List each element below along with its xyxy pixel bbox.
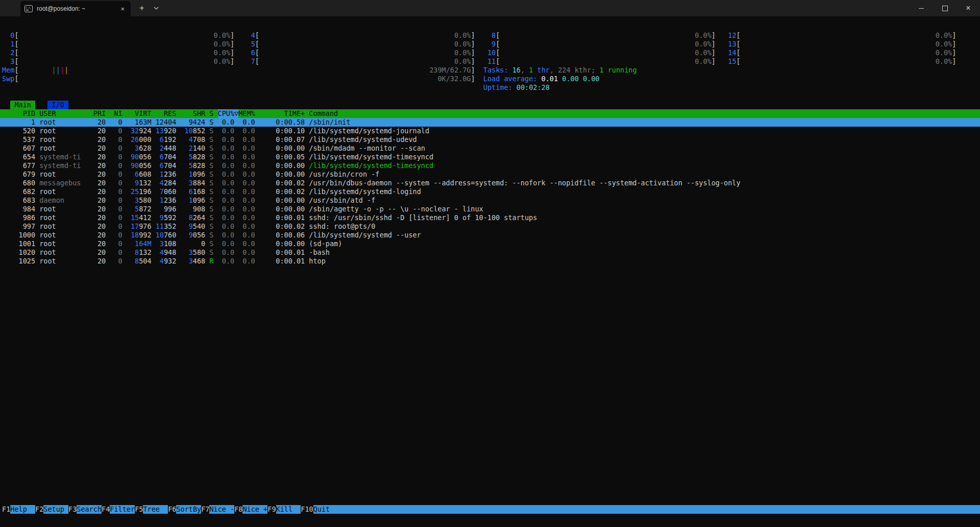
meter-bracket: [ [255, 57, 259, 66]
mem-meter-label: Mem [2, 66, 14, 75]
meter-bracket: ] [471, 66, 475, 75]
cell-res: 6704 [156, 161, 177, 170]
number-suffix: 132 [139, 179, 151, 187]
column-header-shr[interactable]: SHR [180, 109, 205, 118]
fnkey-f7[interactable]: F7 [201, 505, 209, 514]
fnlabel-f4[interactable]: Filter [110, 505, 135, 514]
process-row[interactable]: 1root200163M124049424S0.00.00:00.58/sbin… [0, 118, 980, 127]
process-row[interactable]: 1020root200813249483580S0.00.00:00.01-ba… [0, 248, 980, 257]
maximize-button[interactable] [933, 0, 957, 16]
cell-cpu-percent: 0.0 [218, 231, 239, 239]
column-header-cmd[interactable]: Command [309, 109, 980, 118]
mem-tasks-line: Mem[||||239M/62.7G]Tasks: 16, 1 thr, 224… [0, 66, 980, 75]
screen-tab-io[interactable]: I/O [47, 101, 68, 109]
process-row[interactable]: 683daemon200358012361096S0.00.00:00.00/u… [0, 196, 980, 205]
number-suffix: 056 [139, 161, 151, 170]
fnkey-f3[interactable]: F3 [68, 505, 77, 514]
fnkey-f2[interactable]: F2 [35, 505, 43, 514]
column-header-user[interactable]: USER [39, 109, 81, 118]
number-prefix: 3 [160, 239, 164, 248]
process-row[interactable]: 1025root200850449323468R0.00.00:00.01hto… [0, 257, 980, 266]
process-row[interactable]: 1001root200164M31080S0.00.00:00.00(sd-pa… [0, 239, 980, 248]
tab-dropdown-button[interactable] [149, 0, 163, 16]
cell-time: 0:00.00 [259, 205, 305, 213]
process-row[interactable]: 654systemd-ti2009005667045828S0.00.00:00… [0, 153, 980, 161]
process-row[interactable]: 680messagebus200913242843884S0.00.00:00.… [0, 179, 980, 187]
process-row[interactable]: 997root20017976113529540S0.00.00:00.02ss… [0, 222, 980, 231]
column-header-res[interactable]: RES [156, 109, 177, 118]
column-header-time[interactable]: TIME+ [259, 109, 305, 118]
number-suffix: 976 [139, 222, 151, 230]
minimize-button[interactable] [910, 0, 933, 16]
cell-virt: 17976 [127, 222, 152, 231]
column-header-virt[interactable]: VIRT [127, 109, 152, 118]
cell-time: 0:00.01 [259, 213, 305, 222]
fnlabel-f7[interactable]: Nice - [209, 505, 234, 514]
number-suffix: 704 [164, 153, 176, 161]
fnlabel-f1[interactable]: Help [10, 505, 35, 514]
fnlabel-f5[interactable]: Tree [143, 505, 168, 514]
process-row[interactable]: 607root200362824482140S0.00.00:00.00/sbi… [0, 144, 980, 153]
fnkey-f6[interactable]: F6 [168, 505, 176, 514]
cell-user: systemd-ti [39, 161, 81, 170]
cpu-meter-4: 4[0.0%] [242, 31, 475, 40]
meter-bracket: [ [14, 49, 18, 57]
fnkey-f1[interactable]: F1 [2, 505, 10, 514]
terminal-tab[interactable]: C:\ root@poseidon: ~ × [20, 1, 131, 16]
cell-state: S [209, 161, 213, 170]
cell-command: /lib/systemd/systemd-timesyncd [309, 153, 980, 161]
fnlabel-f8[interactable]: Nice + [242, 505, 267, 514]
new-tab-button[interactable]: + [135, 0, 149, 16]
fnkey-f8[interactable]: F8 [234, 505, 242, 514]
column-header-mem[interactable]: MEM% [238, 109, 255, 118]
fnlabel-f9[interactable]: Kill [276, 505, 301, 514]
process-row[interactable]: 986root2001541295928264S0.00.00:00.01ssh… [0, 213, 980, 222]
number-prefix: 9 [189, 231, 193, 239]
fnkey-f4[interactable]: F4 [102, 505, 110, 514]
screen-tab-main[interactable]: Main [10, 101, 35, 109]
fnkey-f9[interactable]: F9 [267, 505, 276, 514]
column-header-pri[interactable]: PRI [85, 109, 106, 118]
process-row[interactable]: 679root200660812361096S0.00.00:00.00/usr… [0, 170, 980, 179]
process-row[interactable]: 677systemd-ti2009005667045828S0.00.00:00… [0, 161, 980, 170]
process-row[interactable]: 537root2002600061924708S0.00.00:00.07/li… [0, 135, 980, 144]
cell-state: S [209, 196, 213, 205]
process-row[interactable]: 984root2005872996908S0.00.00:00.00/sbin/… [0, 205, 980, 213]
process-row[interactable]: 1000root20018992107609056S0.00.00:00.06/… [0, 231, 980, 239]
meter-bracket: ] [471, 49, 475, 57]
process-row[interactable]: 682root2002519670606168S0.00.00:00.02/li… [0, 187, 980, 196]
column-header-cpu[interactable]: CPU%▽ [218, 109, 239, 118]
cell-command: /sbin/init [309, 118, 980, 127]
column-header-ni[interactable]: NI [110, 109, 122, 118]
cell-state: S [209, 187, 213, 196]
info-segment: 0.00 0.00 [562, 75, 599, 83]
cell-mem-percent: 0.0 [238, 257, 255, 266]
number-prefix: 9 [189, 222, 193, 230]
tab-close-icon[interactable]: × [118, 5, 127, 13]
cell-pid: 997 [2, 222, 35, 231]
cpu-meter-14: 14[0.0%] [724, 49, 956, 57]
fnkey-f10[interactable]: F10 [301, 505, 313, 514]
cell-time: 0:00.02 [259, 187, 305, 196]
fnlabel-f3[interactable]: Search [77, 505, 102, 514]
cell-mem-percent: 0.0 [238, 144, 255, 153]
fnkey-f5[interactable]: F5 [135, 505, 143, 514]
cpu-meter-12: 12[0.0%] [724, 31, 956, 40]
number-prefix: 2 [160, 144, 164, 152]
column-header-pid[interactable]: PID [2, 109, 35, 118]
cell-command: /lib/systemd/systemd-journald [309, 127, 980, 135]
cpu-meter-track: 0.0% [19, 31, 231, 40]
fnlabel-f10[interactable]: Quit [313, 505, 980, 514]
close-button[interactable]: × [957, 0, 980, 16]
number-suffix: 828 [193, 153, 205, 161]
meter-bracket: [ [496, 57, 500, 66]
cell-pid: 537 [2, 135, 35, 144]
cell-state: S [209, 179, 213, 187]
cell-pri: 20 [85, 161, 106, 170]
process-row[interactable]: 520root200329241392010852S0.00.00:00.10/… [0, 127, 980, 135]
fnlabel-f6[interactable]: SortBy [176, 505, 201, 514]
swp-meter-ticks [19, 75, 52, 83]
column-header-s[interactable]: S [209, 109, 213, 118]
fnlabel-f2[interactable]: Setup [43, 505, 68, 514]
cpu-meter-track: 0.0% [259, 57, 471, 66]
